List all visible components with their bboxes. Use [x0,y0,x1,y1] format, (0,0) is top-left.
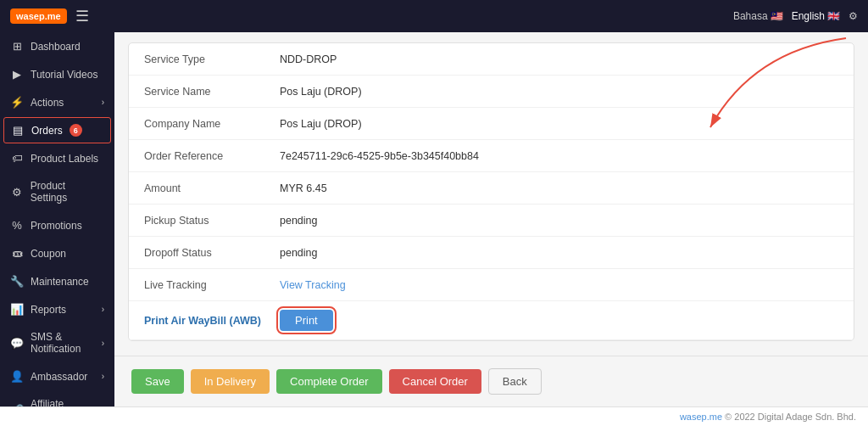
sidebar-item-label: Ambassador [31,371,87,383]
in-delivery-button[interactable]: In Delivery [191,369,270,394]
label-dropoff-status: Dropoff Status [144,247,280,259]
hamburger-icon[interactable]: ☰ [75,7,89,25]
sidebar: ⊞ Dashboard ▶ Tutorial Videos ⚡ Actions … [0,32,114,406]
row-service-name: Service Name Pos Laju (DROP) [129,76,854,108]
label-live-tracking: Live Tracking [144,279,280,291]
sidebar-item-promotions[interactable]: % Promotions [0,211,114,239]
ambassador-icon: 👤 [10,370,24,383]
actions-icon: ⚡ [10,96,24,109]
sidebar-item-label: Product Settings [31,180,104,204]
chevron-right-icon: › [102,406,104,407]
header-left: wasep.me ☰ [10,7,89,25]
row-company-name: Company Name Pos Laju (DROP) [129,108,854,140]
sidebar-item-label: Tutorial Videos [31,69,97,81]
top-header: wasep.me ☰ Bahasa 🇲🇾 English 🇬🇧 ⚙ [0,0,868,32]
footer-text: © 2022 Digital Adage Sdn. Bhd. [725,412,856,422]
label-order-reference: Order Reference [144,150,280,162]
chevron-right-icon: › [102,339,104,348]
value-service-type: NDD-DROP [280,53,337,65]
row-service-type: Service Type NDD-DROP [129,43,854,76]
row-order-reference: Order Reference 7e245711-29c6-4525-9b5e-… [129,140,854,172]
annotation-wrapper: Service Type NDD-DROP Service Name Pos L… [128,42,854,341]
main-layout: ⊞ Dashboard ▶ Tutorial Videos ⚡ Actions … [0,32,868,406]
sidebar-item-affiliate[interactable]: 🔗 Affiliate (Dropship) › [0,390,114,406]
orders-icon: ▤ [11,124,25,137]
label-company-name: Company Name [144,118,280,130]
reports-icon: 📊 [10,303,24,316]
sidebar-item-tutorial[interactable]: ▶ Tutorial Videos [0,60,114,88]
footer: wasep.me © 2022 Digital Adage Sdn. Bhd. [0,406,868,426]
flag-my-icon: 🇲🇾 [771,10,783,22]
sidebar-item-label: Affiliate (Dropship) [31,398,95,406]
coupon-icon: 🎟 [10,247,24,260]
view-tracking-link[interactable]: View Tracking [280,279,346,291]
sidebar-item-label: Actions [31,97,64,109]
sidebar-item-product-settings[interactable]: ⚙ Product Settings [0,172,114,211]
label-pickup-status: Pickup Status [144,215,280,227]
sms-icon: 💬 [10,337,24,350]
sidebar-item-label: SMS & Notification [31,331,95,355]
sidebar-item-label: Dashboard [31,41,81,53]
sidebar-item-product-labels[interactable]: 🏷 Product Labels [0,144,114,172]
label-amount: Amount [144,182,280,194]
action-bar: Save In Delivery Complete Order Cancel O… [114,356,868,406]
product-settings-icon: ⚙ [10,186,24,199]
sidebar-item-orders[interactable]: ▤ Orders 6 [3,117,111,143]
chevron-right-icon: › [102,372,104,381]
dashboard-icon: ⊞ [10,40,24,53]
value-amount: MYR 6.45 [280,182,327,194]
row-dropoff-status: Dropoff Status pending [129,237,854,269]
sidebar-item-label: Coupon [31,248,66,260]
print-button[interactable]: Print [280,310,333,331]
sidebar-item-label: Maintenance [31,276,89,288]
header-right: Bahasa 🇲🇾 English 🇬🇧 ⚙ [733,10,858,22]
sidebar-item-label: Orders [31,125,63,137]
cancel-order-button[interactable]: Cancel Order [389,369,481,394]
label-service-name: Service Name [144,86,280,98]
label-print-awb: Print Air WayBill (AWB) [144,315,280,327]
label-service-type: Service Type [144,53,280,65]
bahasa-label: Bahasa [733,10,768,22]
english-label: English [792,10,825,22]
value-company-name: Pos Laju (DROP) [280,118,362,130]
value-dropoff-status: pending [280,247,318,259]
maintenance-icon: 🔧 [10,275,24,288]
sidebar-item-coupon[interactable]: 🎟 Coupon [0,239,114,267]
chevron-right-icon: › [102,98,104,107]
row-live-tracking: Live Tracking View Tracking [129,269,854,301]
affiliate-icon: 🔗 [10,404,24,407]
sidebar-item-sms[interactable]: 💬 SMS & Notification › [0,323,114,362]
lang-english-button[interactable]: English 🇬🇧 [792,10,840,22]
sidebar-item-maintenance[interactable]: 🔧 Maintenance [0,267,114,295]
sidebar-item-actions[interactable]: ⚡ Actions › [0,88,114,116]
sidebar-item-dashboard[interactable]: ⊞ Dashboard [0,32,114,60]
row-print-awb: Print Air WayBill (AWB) Print [129,301,854,340]
flag-gb-icon: 🇬🇧 [827,10,840,22]
value-order-reference: 7e245711-29c6-4525-9b5e-3b345f40bb84 [280,150,479,162]
logo: wasep.me [10,8,67,24]
footer-link[interactable]: wasep.me [680,412,722,422]
complete-order-button[interactable]: Complete Order [276,369,381,394]
lang-bahasa-button[interactable]: Bahasa 🇲🇾 [733,10,783,22]
content-area: Service Type NDD-DROP Service Name Pos L… [114,32,868,406]
promotions-icon: % [10,219,24,232]
chevron-right-icon: › [102,305,104,314]
back-button[interactable]: Back [488,368,542,395]
sidebar-item-reports[interactable]: 📊 Reports › [0,295,114,323]
save-button[interactable]: Save [131,369,184,394]
product-labels-icon: 🏷 [10,152,24,165]
orders-badge: 6 [70,124,82,137]
value-pickup-status: pending [280,215,318,227]
settings-icon[interactable]: ⚙ [849,10,858,22]
row-pickup-status: Pickup Status pending [129,205,854,237]
detail-card: Service Type NDD-DROP Service Name Pos L… [128,42,854,341]
sidebar-item-label: Product Labels [31,153,98,165]
sidebar-item-ambassador[interactable]: 👤 Ambassador › [0,362,114,390]
row-amount: Amount MYR 6.45 [129,172,854,205]
tutorial-icon: ▶ [10,68,24,81]
value-service-name: Pos Laju (DROP) [280,86,362,98]
sidebar-item-label: Reports [31,304,66,316]
sidebar-item-label: Promotions [31,220,82,232]
